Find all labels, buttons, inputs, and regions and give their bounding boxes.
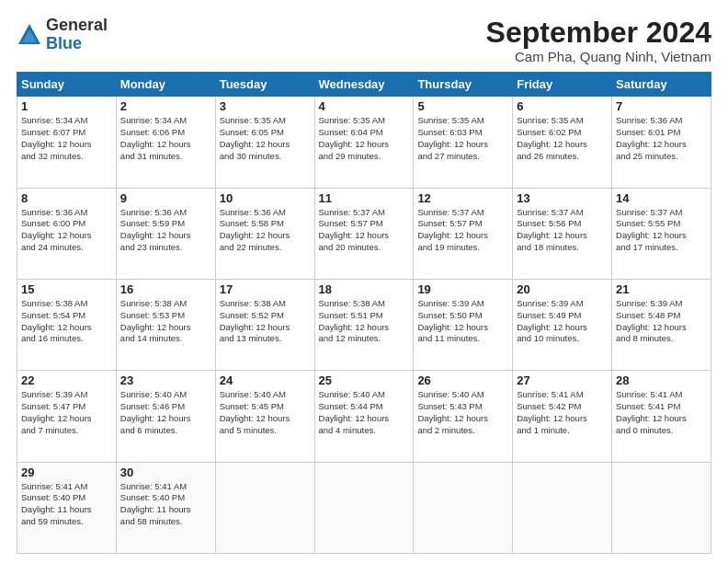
logo-icon xyxy=(17,22,42,48)
title-block: September 2024 Cam Pha, Quang Ninh, Viet… xyxy=(486,17,711,64)
calendar-cell xyxy=(612,462,711,553)
day-number: 19 xyxy=(417,282,508,296)
cell-info: Sunrise: 5:41 AM Sunset: 5:42 PM Dayligh… xyxy=(517,389,608,436)
calendar-cell: 29Sunrise: 5:41 AM Sunset: 5:40 PM Dayli… xyxy=(17,462,117,553)
cell-info: Sunrise: 5:35 AM Sunset: 6:05 PM Dayligh… xyxy=(220,115,311,162)
cell-info: Sunrise: 5:35 AM Sunset: 6:02 PM Dayligh… xyxy=(517,115,608,162)
day-number: 4 xyxy=(319,99,410,113)
cell-info: Sunrise: 5:36 AM Sunset: 6:01 PM Dayligh… xyxy=(616,115,707,162)
calendar-cell xyxy=(215,462,314,553)
calendar-cell: 9Sunrise: 5:36 AM Sunset: 5:59 PM Daylig… xyxy=(116,188,215,279)
day-number: 17 xyxy=(220,282,311,296)
calendar-header-row: SundayMondayTuesdayWednesdayThursdayFrid… xyxy=(17,73,711,97)
calendar-cell: 25Sunrise: 5:40 AM Sunset: 5:44 PM Dayli… xyxy=(314,371,414,462)
day-number: 30 xyxy=(120,465,211,479)
calendar-cell: 23Sunrise: 5:40 AM Sunset: 5:46 PM Dayli… xyxy=(116,371,215,462)
cell-info: Sunrise: 5:40 AM Sunset: 5:46 PM Dayligh… xyxy=(120,389,211,436)
calendar-header-monday: Monday xyxy=(116,73,215,97)
cell-info: Sunrise: 5:38 AM Sunset: 5:54 PM Dayligh… xyxy=(21,298,112,345)
day-number: 25 xyxy=(319,373,410,387)
calendar-cell: 28Sunrise: 5:41 AM Sunset: 5:41 PM Dayli… xyxy=(612,371,711,462)
calendar-cell: 27Sunrise: 5:41 AM Sunset: 5:42 PM Dayli… xyxy=(513,371,612,462)
calendar-header-sunday: Sunday xyxy=(17,73,117,97)
cell-info: Sunrise: 5:39 AM Sunset: 5:48 PM Dayligh… xyxy=(616,298,707,345)
calendar-header-wednesday: Wednesday xyxy=(314,73,414,97)
cell-info: Sunrise: 5:39 AM Sunset: 5:49 PM Dayligh… xyxy=(517,298,608,345)
day-number: 26 xyxy=(417,373,508,387)
calendar-week-1: 1Sunrise: 5:34 AM Sunset: 6:07 PM Daylig… xyxy=(17,97,711,188)
calendar-cell: 3Sunrise: 5:35 AM Sunset: 6:05 PM Daylig… xyxy=(215,97,314,188)
calendar-cell: 22Sunrise: 5:39 AM Sunset: 5:47 PM Dayli… xyxy=(17,371,117,462)
calendar-cell: 20Sunrise: 5:39 AM Sunset: 5:49 PM Dayli… xyxy=(513,279,612,370)
calendar-cell: 10Sunrise: 5:36 AM Sunset: 5:58 PM Dayli… xyxy=(215,188,314,279)
day-number: 16 xyxy=(120,282,211,296)
cell-info: Sunrise: 5:41 AM Sunset: 5:40 PM Dayligh… xyxy=(21,481,112,528)
calendar-subtitle: Cam Pha, Quang Ninh, Vietnam xyxy=(486,49,711,64)
page: General Blue September 2024 Cam Pha, Qua… xyxy=(0,0,728,563)
cell-info: Sunrise: 5:37 AM Sunset: 5:56 PM Dayligh… xyxy=(517,207,608,254)
cell-info: Sunrise: 5:36 AM Sunset: 5:59 PM Dayligh… xyxy=(120,207,211,254)
calendar-header-thursday: Thursday xyxy=(414,73,513,97)
calendar-cell: 11Sunrise: 5:37 AM Sunset: 5:57 PM Dayli… xyxy=(314,188,414,279)
calendar-cell: 8Sunrise: 5:36 AM Sunset: 6:00 PM Daylig… xyxy=(17,188,117,279)
calendar-cell: 21Sunrise: 5:39 AM Sunset: 5:48 PM Dayli… xyxy=(612,279,711,370)
calendar-cell xyxy=(314,462,414,553)
day-number: 24 xyxy=(220,373,311,387)
calendar-cell: 1Sunrise: 5:34 AM Sunset: 6:07 PM Daylig… xyxy=(17,97,117,188)
cell-info: Sunrise: 5:39 AM Sunset: 5:50 PM Dayligh… xyxy=(417,298,508,345)
calendar-cell: 5Sunrise: 5:35 AM Sunset: 6:03 PM Daylig… xyxy=(414,97,513,188)
cell-info: Sunrise: 5:38 AM Sunset: 5:51 PM Dayligh… xyxy=(319,298,410,345)
calendar-cell: 6Sunrise: 5:35 AM Sunset: 6:02 PM Daylig… xyxy=(513,97,612,188)
cell-info: Sunrise: 5:40 AM Sunset: 5:43 PM Dayligh… xyxy=(417,389,508,436)
calendar-cell: 24Sunrise: 5:40 AM Sunset: 5:45 PM Dayli… xyxy=(215,371,314,462)
logo-blue: Blue xyxy=(46,34,82,52)
calendar-cell: 16Sunrise: 5:38 AM Sunset: 5:53 PM Dayli… xyxy=(116,279,215,370)
calendar-cell: 26Sunrise: 5:40 AM Sunset: 5:43 PM Dayli… xyxy=(414,371,513,462)
cell-info: Sunrise: 5:38 AM Sunset: 5:53 PM Dayligh… xyxy=(120,298,211,345)
cell-info: Sunrise: 5:35 AM Sunset: 6:03 PM Dayligh… xyxy=(417,115,508,162)
day-number: 14 xyxy=(616,191,707,205)
calendar-table: SundayMondayTuesdayWednesdayThursdayFrid… xyxy=(17,72,711,554)
day-number: 5 xyxy=(417,99,508,113)
calendar-header-tuesday: Tuesday xyxy=(215,73,314,97)
cell-info: Sunrise: 5:35 AM Sunset: 6:04 PM Dayligh… xyxy=(319,115,410,162)
cell-info: Sunrise: 5:40 AM Sunset: 5:44 PM Dayligh… xyxy=(319,389,410,436)
calendar-header-friday: Friday xyxy=(513,73,612,97)
cell-info: Sunrise: 5:41 AM Sunset: 5:40 PM Dayligh… xyxy=(120,481,211,528)
calendar-cell: 17Sunrise: 5:38 AM Sunset: 5:52 PM Dayli… xyxy=(215,279,314,370)
calendar-cell xyxy=(513,462,612,553)
logo: General Blue xyxy=(17,17,108,53)
day-number: 7 xyxy=(616,99,707,113)
day-number: 20 xyxy=(517,282,608,296)
cell-info: Sunrise: 5:39 AM Sunset: 5:47 PM Dayligh… xyxy=(21,389,112,436)
day-number: 6 xyxy=(517,99,608,113)
day-number: 27 xyxy=(517,373,608,387)
header: General Blue September 2024 Cam Pha, Qua… xyxy=(17,17,711,64)
cell-info: Sunrise: 5:37 AM Sunset: 5:57 PM Dayligh… xyxy=(319,207,410,254)
calendar-cell xyxy=(414,462,513,553)
calendar-week-4: 22Sunrise: 5:39 AM Sunset: 5:47 PM Dayli… xyxy=(17,371,711,462)
calendar-week-3: 15Sunrise: 5:38 AM Sunset: 5:54 PM Dayli… xyxy=(17,279,711,370)
day-number: 13 xyxy=(517,191,608,205)
day-number: 9 xyxy=(120,191,211,205)
day-number: 18 xyxy=(319,282,410,296)
calendar-header-saturday: Saturday xyxy=(612,73,711,97)
logo-general: General xyxy=(46,16,108,34)
day-number: 29 xyxy=(21,465,112,479)
calendar-cell: 14Sunrise: 5:37 AM Sunset: 5:55 PM Dayli… xyxy=(612,188,711,279)
day-number: 2 xyxy=(120,99,211,113)
day-number: 11 xyxy=(319,191,410,205)
calendar-cell: 7Sunrise: 5:36 AM Sunset: 6:01 PM Daylig… xyxy=(612,97,711,188)
cell-info: Sunrise: 5:37 AM Sunset: 5:57 PM Dayligh… xyxy=(417,207,508,254)
day-number: 12 xyxy=(417,191,508,205)
calendar-cell: 12Sunrise: 5:37 AM Sunset: 5:57 PM Dayli… xyxy=(414,188,513,279)
calendar-cell: 2Sunrise: 5:34 AM Sunset: 6:06 PM Daylig… xyxy=(116,97,215,188)
calendar-title: September 2024 xyxy=(486,17,711,49)
calendar-cell: 19Sunrise: 5:39 AM Sunset: 5:50 PM Dayli… xyxy=(414,279,513,370)
calendar-cell: 30Sunrise: 5:41 AM Sunset: 5:40 PM Dayli… xyxy=(116,462,215,553)
day-number: 1 xyxy=(21,99,112,113)
cell-info: Sunrise: 5:40 AM Sunset: 5:45 PM Dayligh… xyxy=(220,389,311,436)
day-number: 22 xyxy=(21,373,112,387)
day-number: 10 xyxy=(220,191,311,205)
cell-info: Sunrise: 5:36 AM Sunset: 5:58 PM Dayligh… xyxy=(220,207,311,254)
